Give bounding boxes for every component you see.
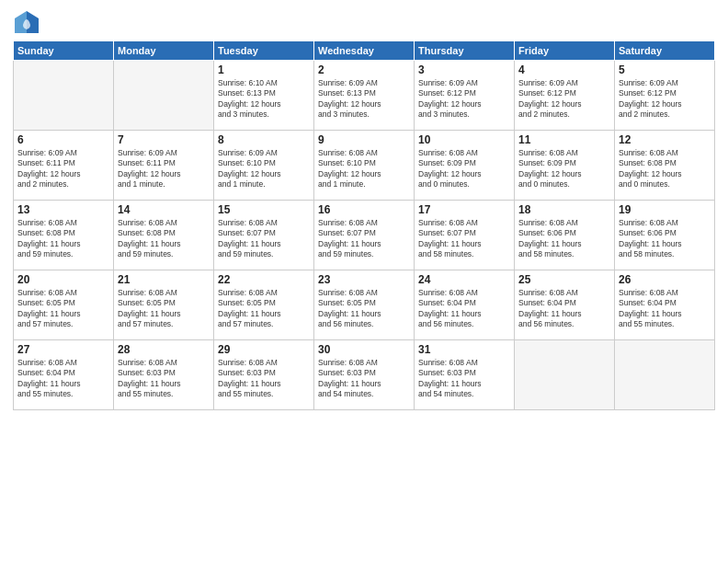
calendar-cell: 6Sunrise: 6:09 AM Sunset: 6:11 PM Daylig… <box>14 131 114 201</box>
header <box>13 9 715 35</box>
day-number: 16 <box>318 203 410 216</box>
day-number: 20 <box>17 273 109 286</box>
day-number: 22 <box>218 273 310 286</box>
calendar-cell: 13Sunrise: 6:08 AM Sunset: 6:08 PM Dayli… <box>14 201 114 270</box>
calendar-cell: 9Sunrise: 6:08 AM Sunset: 6:10 PM Daylig… <box>314 131 415 201</box>
calendar-cell: 24Sunrise: 6:08 AM Sunset: 6:04 PM Dayli… <box>415 270 515 340</box>
calendar-cell <box>14 61 114 131</box>
day-number: 19 <box>619 203 711 216</box>
calendar-cell: 11Sunrise: 6:08 AM Sunset: 6:09 PM Dayli… <box>515 131 615 201</box>
calendar-cell: 12Sunrise: 6:08 AM Sunset: 6:08 PM Dayli… <box>615 131 715 201</box>
cell-info: Sunrise: 6:08 AM Sunset: 6:05 PM Dayligh… <box>218 288 310 330</box>
day-number: 31 <box>418 343 510 356</box>
calendar-cell: 2Sunrise: 6:09 AM Sunset: 6:13 PM Daylig… <box>314 61 415 131</box>
calendar-cell: 5Sunrise: 6:09 AM Sunset: 6:12 PM Daylig… <box>615 61 715 131</box>
cell-info: Sunrise: 6:08 AM Sunset: 6:07 PM Dayligh… <box>218 218 310 260</box>
calendar-cell: 10Sunrise: 6:08 AM Sunset: 6:09 PM Dayli… <box>415 131 515 201</box>
cell-info: Sunrise: 6:08 AM Sunset: 6:08 PM Dayligh… <box>17 218 109 260</box>
weekday-header-saturday: Saturday <box>615 41 715 61</box>
cell-info: Sunrise: 6:08 AM Sunset: 6:04 PM Dayligh… <box>619 288 711 330</box>
day-number: 2 <box>318 63 410 76</box>
day-number: 5 <box>619 63 711 76</box>
day-number: 7 <box>118 133 210 146</box>
day-number: 28 <box>118 343 210 356</box>
cell-info: Sunrise: 6:08 AM Sunset: 6:04 PM Dayligh… <box>418 288 510 330</box>
calendar-cell: 22Sunrise: 6:08 AM Sunset: 6:05 PM Dayli… <box>214 270 314 340</box>
calendar-cell: 27Sunrise: 6:08 AM Sunset: 6:04 PM Dayli… <box>14 340 114 410</box>
cell-info: Sunrise: 6:08 AM Sunset: 6:03 PM Dayligh… <box>318 358 410 400</box>
weekday-header-row: SundayMondayTuesdayWednesdayThursdayFrid… <box>14 41 715 61</box>
calendar-cell <box>615 340 715 410</box>
weekday-header-wednesday: Wednesday <box>314 41 415 61</box>
day-number: 3 <box>418 63 510 76</box>
weekday-header-thursday: Thursday <box>415 41 515 61</box>
day-number: 9 <box>318 133 410 146</box>
week-row-5: 27Sunrise: 6:08 AM Sunset: 6:04 PM Dayli… <box>14 340 715 410</box>
cell-info: Sunrise: 6:08 AM Sunset: 6:05 PM Dayligh… <box>17 288 109 330</box>
day-number: 25 <box>518 273 610 286</box>
cell-info: Sunrise: 6:08 AM Sunset: 6:08 PM Dayligh… <box>619 148 711 190</box>
cell-info: Sunrise: 6:08 AM Sunset: 6:09 PM Dayligh… <box>418 148 510 190</box>
calendar-cell: 3Sunrise: 6:09 AM Sunset: 6:12 PM Daylig… <box>415 61 515 131</box>
cell-info: Sunrise: 6:09 AM Sunset: 6:12 PM Dayligh… <box>518 78 610 121</box>
day-number: 1 <box>218 63 310 76</box>
week-row-2: 6Sunrise: 6:09 AM Sunset: 6:11 PM Daylig… <box>14 131 715 201</box>
calendar-cell: 30Sunrise: 6:08 AM Sunset: 6:03 PM Dayli… <box>314 340 415 410</box>
day-number: 14 <box>118 203 210 216</box>
day-number: 27 <box>17 343 109 356</box>
weekday-header-monday: Monday <box>114 41 214 61</box>
cell-info: Sunrise: 6:08 AM Sunset: 6:06 PM Dayligh… <box>619 218 711 260</box>
week-row-4: 20Sunrise: 6:08 AM Sunset: 6:05 PM Dayli… <box>14 270 715 340</box>
day-number: 6 <box>17 133 109 146</box>
calendar-cell: 28Sunrise: 6:08 AM Sunset: 6:03 PM Dayli… <box>114 340 214 410</box>
cell-info: Sunrise: 6:08 AM Sunset: 6:04 PM Dayligh… <box>518 288 610 330</box>
calendar-cell <box>114 61 214 131</box>
calendar-cell: 20Sunrise: 6:08 AM Sunset: 6:05 PM Dayli… <box>14 270 114 340</box>
day-number: 24 <box>418 273 510 286</box>
day-number: 10 <box>418 133 510 146</box>
day-number: 29 <box>218 343 310 356</box>
calendar-cell: 15Sunrise: 6:08 AM Sunset: 6:07 PM Dayli… <box>214 201 314 270</box>
calendar-cell: 25Sunrise: 6:08 AM Sunset: 6:04 PM Dayli… <box>515 270 615 340</box>
cell-info: Sunrise: 6:09 AM Sunset: 6:13 PM Dayligh… <box>318 78 410 121</box>
day-number: 8 <box>218 133 310 146</box>
cell-info: Sunrise: 6:08 AM Sunset: 6:03 PM Dayligh… <box>118 358 210 400</box>
cell-info: Sunrise: 6:08 AM Sunset: 6:05 PM Dayligh… <box>118 288 210 330</box>
calendar-cell: 14Sunrise: 6:08 AM Sunset: 6:08 PM Dayli… <box>114 201 214 270</box>
cell-info: Sunrise: 6:09 AM Sunset: 6:11 PM Dayligh… <box>17 148 109 190</box>
cell-info: Sunrise: 6:08 AM Sunset: 6:10 PM Dayligh… <box>318 148 410 190</box>
cell-info: Sunrise: 6:08 AM Sunset: 6:08 PM Dayligh… <box>118 218 210 260</box>
day-number: 17 <box>418 203 510 216</box>
calendar-cell: 26Sunrise: 6:08 AM Sunset: 6:04 PM Dayli… <box>615 270 715 340</box>
calendar-cell: 19Sunrise: 6:08 AM Sunset: 6:06 PM Dayli… <box>615 201 715 270</box>
day-number: 12 <box>619 133 711 146</box>
cell-info: Sunrise: 6:08 AM Sunset: 6:07 PM Dayligh… <box>318 218 410 260</box>
day-number: 21 <box>118 273 210 286</box>
calendar-cell: 18Sunrise: 6:08 AM Sunset: 6:06 PM Dayli… <box>515 201 615 270</box>
calendar-cell: 16Sunrise: 6:08 AM Sunset: 6:07 PM Dayli… <box>314 201 415 270</box>
cell-info: Sunrise: 6:09 AM Sunset: 6:12 PM Dayligh… <box>619 78 711 121</box>
day-number: 13 <box>17 203 109 216</box>
calendar-cell: 31Sunrise: 6:08 AM Sunset: 6:03 PM Dayli… <box>415 340 515 410</box>
calendar-cell <box>515 340 615 410</box>
cell-info: Sunrise: 6:08 AM Sunset: 6:03 PM Dayligh… <box>218 358 310 400</box>
calendar-table: SundayMondayTuesdayWednesdayThursdayFrid… <box>13 40 715 410</box>
weekday-header-sunday: Sunday <box>14 41 114 61</box>
cell-info: Sunrise: 6:08 AM Sunset: 6:07 PM Dayligh… <box>418 218 510 260</box>
calendar-cell: 7Sunrise: 6:09 AM Sunset: 6:11 PM Daylig… <box>114 131 214 201</box>
cell-info: Sunrise: 6:08 AM Sunset: 6:06 PM Dayligh… <box>518 218 610 260</box>
calendar-cell: 4Sunrise: 6:09 AM Sunset: 6:12 PM Daylig… <box>515 61 615 131</box>
cell-info: Sunrise: 6:09 AM Sunset: 6:11 PM Dayligh… <box>118 148 210 190</box>
weekday-header-friday: Friday <box>515 41 615 61</box>
logo <box>13 9 44 35</box>
cell-info: Sunrise: 6:10 AM Sunset: 6:13 PM Dayligh… <box>218 78 310 121</box>
calendar-cell: 23Sunrise: 6:08 AM Sunset: 6:05 PM Dayli… <box>314 270 415 340</box>
calendar-cell: 8Sunrise: 6:09 AM Sunset: 6:10 PM Daylig… <box>214 131 314 201</box>
cell-info: Sunrise: 6:08 AM Sunset: 6:03 PM Dayligh… <box>418 358 510 400</box>
page: SundayMondayTuesdayWednesdayThursdayFrid… <box>0 0 728 563</box>
week-row-1: 1Sunrise: 6:10 AM Sunset: 6:13 PM Daylig… <box>14 61 715 131</box>
week-row-3: 13Sunrise: 6:08 AM Sunset: 6:08 PM Dayli… <box>14 201 715 270</box>
calendar-cell: 1Sunrise: 6:10 AM Sunset: 6:13 PM Daylig… <box>214 61 314 131</box>
day-number: 18 <box>518 203 610 216</box>
cell-info: Sunrise: 6:08 AM Sunset: 6:05 PM Dayligh… <box>318 288 410 330</box>
